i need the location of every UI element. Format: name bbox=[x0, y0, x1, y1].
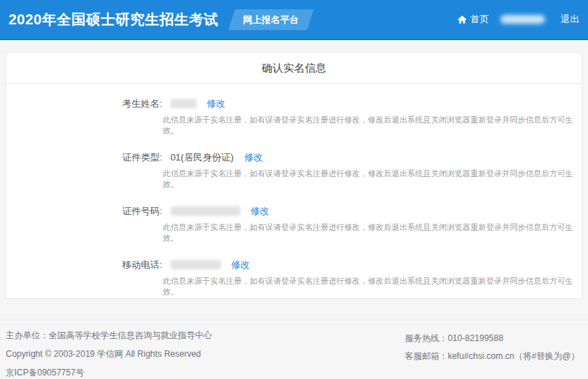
identity-form: 考生姓名: 修改 此信息来源于实名注册，如有误请登录实名注册进行修改，修改后退出… bbox=[6, 84, 582, 299]
footer-organizer: 主办单位：全国高等学校学生信息咨询与就业指导中心 bbox=[6, 326, 212, 345]
field-row-candidate-name: 考生姓名: 修改 此信息来源于实名注册，如有误请登录实名注册进行修改，修改后退出… bbox=[6, 96, 582, 136]
id-number-note: 此信息来源于实名注册，如有误请登录实名注册进行修改，修改后退出系统且关闭浏览器重… bbox=[163, 222, 582, 244]
footer-hotline: 服务热线：010-82199588 bbox=[404, 330, 579, 347]
candidate-name-label: 考生姓名: bbox=[6, 97, 162, 111]
candidate-name-edit-link[interactable]: 修改 bbox=[207, 98, 225, 109]
confirm-identity-card: 确认实名信息 考生姓名: 修改 此信息来源于实名注册，如有误请登录实名注册进行修… bbox=[6, 52, 582, 299]
page-title: 确认实名信息 bbox=[6, 53, 582, 84]
logout-link[interactable]: 退出 bbox=[561, 13, 579, 26]
mobile-phone-label: 移动电话: bbox=[6, 258, 162, 272]
username-redacted bbox=[501, 15, 545, 24]
candidate-name-note: 此信息来源于实名注册，如有误请登录实名注册进行修改，修改后退出系统且关闭浏览器重… bbox=[163, 115, 582, 136]
platform-badge-label: 网上报名平台 bbox=[242, 14, 298, 27]
header-nav: 首页 退出 bbox=[457, 13, 579, 26]
footer-email: 客服邮箱：kefu#chsi.com.cn（将#替换为@） bbox=[404, 347, 579, 365]
nav-home-label: 首页 bbox=[470, 13, 489, 26]
id-type-value: 01(居民身份证) bbox=[171, 152, 234, 163]
footer: 主办单位：全国高等学校学生信息咨询与就业指导中心 Copyright © 200… bbox=[0, 320, 588, 379]
id-type-edit-link[interactable]: 修改 bbox=[244, 152, 262, 163]
field-row-id-type: 证件类型: 01(居民身份证) 修改 此信息来源于实名注册，如有误请登录实名注册… bbox=[6, 150, 582, 190]
home-icon bbox=[457, 15, 467, 24]
id-type-note: 此信息来源于实名注册，如有误请登录实名注册进行修改，修改后退出系统且关闭浏览器重… bbox=[163, 168, 582, 190]
id-number-label: 证件号码: bbox=[6, 204, 162, 219]
candidate-name-value-redacted bbox=[171, 99, 196, 108]
footer-icp: 京ICP备09057757号 bbox=[6, 363, 212, 379]
header-left: 2020年全国硕士研究生招生考试 网上报名平台 bbox=[9, 9, 310, 30]
platform-badge: 网上报名平台 bbox=[228, 9, 313, 30]
footer-right: 服务热线：010-82199588 客服邮箱：kefu#chsi.com.cn（… bbox=[404, 326, 579, 379]
id-type-label: 证件类型: bbox=[6, 150, 162, 165]
footer-left: 主办单位：全国高等学校学生信息咨询与就业指导中心 Copyright © 200… bbox=[6, 326, 212, 379]
main-content: 确认实名信息 考生姓名: 修改 此信息来源于实名注册，如有误请登录实名注册进行修… bbox=[0, 40, 588, 320]
mobile-phone-edit-link[interactable]: 修改 bbox=[231, 259, 250, 270]
mobile-phone-note: 此信息来源于实名注册，如有误请登录实名注册进行修改，修改后退出系统且关闭浏览器重… bbox=[163, 276, 582, 297]
nav-home-link[interactable]: 首页 bbox=[457, 13, 489, 26]
footer-copyright: Copyright © 2003-2019 学信网 All Rights Res… bbox=[6, 345, 212, 363]
site-title: 2020年全国硕士研究生招生考试 bbox=[9, 10, 219, 29]
id-number-value-redacted bbox=[171, 206, 240, 216]
field-row-mobile-phone: 移动电话: 修改 此信息来源于实名注册，如有误请登录实名注册进行修改，修改后退出… bbox=[6, 257, 582, 297]
header: 2020年全国硕士研究生招生考试 网上报名平台 首页 退出 bbox=[0, 0, 588, 40]
mobile-phone-value-redacted bbox=[171, 260, 221, 269]
field-row-id-number: 证件号码: 修改 此信息来源于实名注册，如有误请登录实名注册进行修改，修改后退出… bbox=[6, 203, 582, 244]
id-number-edit-link[interactable]: 修改 bbox=[250, 206, 269, 216]
